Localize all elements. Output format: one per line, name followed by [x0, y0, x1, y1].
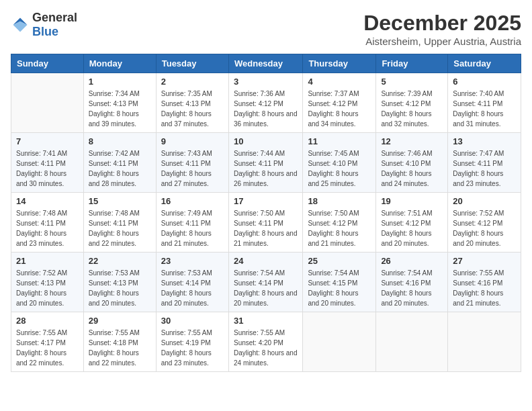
day-number: 10	[234, 136, 298, 146]
logo-general-text: General	[32, 11, 77, 24]
day-cell: 20 Sunrise: 7:52 AMSunset: 4:12 PMDaylig…	[448, 193, 521, 253]
day-number: 4	[308, 77, 371, 87]
day-cell: 15 Sunrise: 7:48 AMSunset: 4:11 PMDaylig…	[83, 193, 156, 253]
calendar-table: SundayMondayTuesdayWednesdayThursdayFrid…	[11, 54, 521, 372]
week-row-4: 21 Sunrise: 7:52 AMSunset: 4:13 PMDaylig…	[11, 253, 521, 312]
day-number: 11	[308, 136, 371, 146]
day-info: Sunrise: 7:55 AMSunset: 4:20 PMDaylight:…	[234, 328, 298, 368]
month-title: December 2025	[363, 11, 521, 36]
day-cell: 22 Sunrise: 7:53 AMSunset: 4:13 PMDaylig…	[83, 253, 156, 312]
day-cell: 23 Sunrise: 7:53 AMSunset: 4:14 PMDaylig…	[156, 253, 228, 312]
day-cell	[448, 312, 521, 372]
day-cell: 1 Sunrise: 7:34 AMSunset: 4:13 PMDayligh…	[83, 73, 156, 133]
day-number: 13	[453, 136, 516, 146]
day-cell: 11 Sunrise: 7:45 AMSunset: 4:10 PMDaylig…	[303, 133, 376, 193]
header-tuesday: Tuesday	[156, 54, 228, 73]
day-cell: 29 Sunrise: 7:55 AMSunset: 4:18 PMDaylig…	[83, 312, 156, 372]
day-info: Sunrise: 7:37 AMSunset: 4:12 PMDaylight:…	[308, 89, 371, 129]
day-info: Sunrise: 7:48 AMSunset: 4:11 PMDaylight:…	[89, 208, 151, 248]
header-thursday: Thursday	[303, 54, 376, 73]
day-number: 12	[381, 136, 443, 146]
day-info: Sunrise: 7:50 AMSunset: 4:12 PMDaylight:…	[308, 208, 371, 248]
day-number: 6	[453, 77, 516, 87]
logo-blue-text: Blue	[32, 25, 58, 38]
day-number: 9	[161, 136, 224, 146]
day-number: 22	[89, 256, 151, 266]
day-info: Sunrise: 7:53 AMSunset: 4:14 PMDaylight:…	[161, 268, 224, 308]
day-number: 15	[89, 196, 151, 206]
day-info: Sunrise: 7:54 AMSunset: 4:14 PMDaylight:…	[234, 268, 298, 308]
day-info: Sunrise: 7:48 AMSunset: 4:11 PMDaylight:…	[16, 208, 79, 248]
day-info: Sunrise: 7:40 AMSunset: 4:11 PMDaylight:…	[453, 89, 516, 129]
day-number: 21	[16, 256, 79, 266]
day-info: Sunrise: 7:54 AMSunset: 4:16 PMDaylight:…	[381, 268, 443, 308]
week-row-3: 14 Sunrise: 7:48 AMSunset: 4:11 PMDaylig…	[11, 193, 521, 253]
header-saturday: Saturday	[448, 54, 521, 73]
day-info: Sunrise: 7:55 AMSunset: 4:16 PMDaylight:…	[453, 268, 516, 308]
day-number: 16	[161, 196, 224, 206]
header-wednesday: Wednesday	[228, 54, 302, 73]
day-cell: 17 Sunrise: 7:50 AMSunset: 4:11 PMDaylig…	[228, 193, 302, 253]
page-header: General Blue December 2025 Aistersheim, …	[11, 11, 521, 47]
day-info: Sunrise: 7:55 AMSunset: 4:19 PMDaylight:…	[161, 328, 224, 368]
day-cell: 4 Sunrise: 7:37 AMSunset: 4:12 PMDayligh…	[303, 73, 376, 133]
day-cell	[11, 73, 84, 133]
header-friday: Friday	[376, 54, 448, 73]
day-cell: 21 Sunrise: 7:52 AMSunset: 4:13 PMDaylig…	[11, 253, 84, 312]
day-info: Sunrise: 7:51 AMSunset: 4:12 PMDaylight:…	[381, 208, 443, 248]
header-sunday: Sunday	[11, 54, 84, 73]
day-info: Sunrise: 7:47 AMSunset: 4:11 PMDaylight:…	[453, 148, 516, 189]
day-info: Sunrise: 7:44 AMSunset: 4:11 PMDaylight:…	[234, 148, 298, 189]
day-number: 18	[308, 196, 371, 206]
day-cell: 6 Sunrise: 7:40 AMSunset: 4:11 PMDayligh…	[448, 73, 521, 133]
calendar-header-row: SundayMondayTuesdayWednesdayThursdayFrid…	[11, 54, 521, 73]
day-cell: 24 Sunrise: 7:54 AMSunset: 4:14 PMDaylig…	[228, 253, 302, 312]
day-info: Sunrise: 7:42 AMSunset: 4:11 PMDaylight:…	[89, 148, 151, 189]
day-number: 20	[453, 196, 516, 206]
header-monday: Monday	[83, 54, 156, 73]
day-number: 27	[453, 256, 516, 266]
day-number: 29	[89, 316, 151, 326]
day-cell: 12 Sunrise: 7:46 AMSunset: 4:10 PMDaylig…	[376, 133, 448, 193]
day-cell: 9 Sunrise: 7:43 AMSunset: 4:11 PMDayligh…	[156, 133, 228, 193]
day-number: 2	[161, 77, 224, 87]
day-info: Sunrise: 7:43 AMSunset: 4:11 PMDaylight:…	[161, 148, 224, 189]
day-cell: 2 Sunrise: 7:35 AMSunset: 4:13 PMDayligh…	[156, 73, 228, 133]
day-info: Sunrise: 7:36 AMSunset: 4:12 PMDaylight:…	[234, 89, 298, 129]
day-cell: 10 Sunrise: 7:44 AMSunset: 4:11 PMDaylig…	[228, 133, 302, 193]
week-row-1: 1 Sunrise: 7:34 AMSunset: 4:13 PMDayligh…	[11, 73, 521, 133]
day-info: Sunrise: 7:46 AMSunset: 4:10 PMDaylight:…	[381, 148, 443, 189]
day-number: 3	[234, 77, 298, 87]
day-cell	[376, 312, 448, 372]
day-cell	[303, 312, 376, 372]
day-info: Sunrise: 7:52 AMSunset: 4:12 PMDaylight:…	[453, 208, 516, 248]
day-number: 14	[16, 196, 79, 206]
day-info: Sunrise: 7:55 AMSunset: 4:18 PMDaylight:…	[89, 328, 151, 368]
day-info: Sunrise: 7:49 AMSunset: 4:11 PMDaylight:…	[161, 208, 224, 248]
day-number: 23	[161, 256, 224, 266]
day-cell: 7 Sunrise: 7:41 AMSunset: 4:11 PMDayligh…	[11, 133, 84, 193]
day-cell: 13 Sunrise: 7:47 AMSunset: 4:11 PMDaylig…	[448, 133, 521, 193]
day-info: Sunrise: 7:34 AMSunset: 4:13 PMDaylight:…	[89, 89, 151, 129]
day-cell: 31 Sunrise: 7:55 AMSunset: 4:20 PMDaylig…	[228, 312, 302, 372]
day-cell: 28 Sunrise: 7:55 AMSunset: 4:17 PMDaylig…	[11, 312, 84, 372]
day-cell: 14 Sunrise: 7:48 AMSunset: 4:11 PMDaylig…	[11, 193, 84, 253]
day-cell: 19 Sunrise: 7:51 AMSunset: 4:12 PMDaylig…	[376, 193, 448, 253]
day-info: Sunrise: 7:55 AMSunset: 4:17 PMDaylight:…	[16, 328, 79, 368]
day-info: Sunrise: 7:39 AMSunset: 4:12 PMDaylight:…	[381, 89, 443, 129]
day-cell: 26 Sunrise: 7:54 AMSunset: 4:16 PMDaylig…	[376, 253, 448, 312]
day-number: 25	[308, 256, 371, 266]
day-info: Sunrise: 7:45 AMSunset: 4:10 PMDaylight:…	[308, 148, 371, 189]
day-cell: 5 Sunrise: 7:39 AMSunset: 4:12 PMDayligh…	[376, 73, 448, 133]
day-info: Sunrise: 7:41 AMSunset: 4:11 PMDaylight:…	[16, 148, 79, 189]
day-info: Sunrise: 7:53 AMSunset: 4:13 PMDaylight:…	[89, 268, 151, 308]
logo-icon	[11, 15, 30, 34]
day-cell: 3 Sunrise: 7:36 AMSunset: 4:12 PMDayligh…	[228, 73, 302, 133]
week-row-2: 7 Sunrise: 7:41 AMSunset: 4:11 PMDayligh…	[11, 133, 521, 193]
title-block: December 2025 Aistersheim, Upper Austria…	[363, 11, 521, 47]
day-number: 8	[89, 136, 151, 146]
day-number: 26	[381, 256, 443, 266]
day-info: Sunrise: 7:54 AMSunset: 4:15 PMDaylight:…	[308, 268, 371, 308]
day-cell: 25 Sunrise: 7:54 AMSunset: 4:15 PMDaylig…	[303, 253, 376, 312]
day-number: 19	[381, 196, 443, 206]
